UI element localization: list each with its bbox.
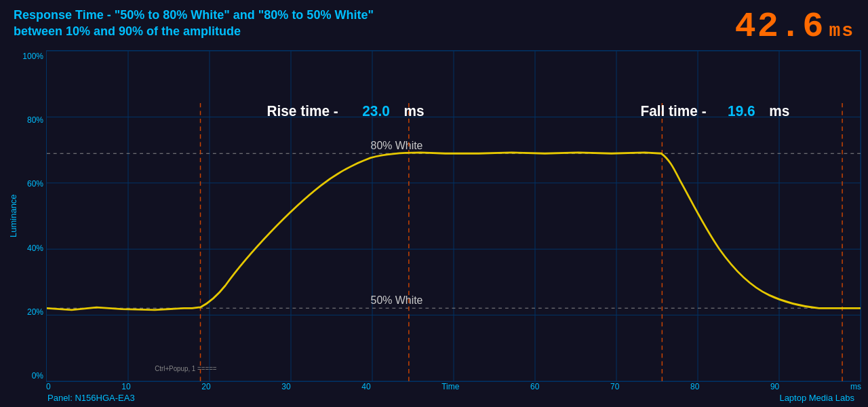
chart-area: Luminance 100% 80% 60% 40% 20% 0% <box>0 50 868 382</box>
x-tick-90: 90 <box>770 382 779 391</box>
y-tick-100: 100% <box>20 52 46 61</box>
x-label-time: Time <box>441 382 459 391</box>
svg-text:Fall time -: Fall time - <box>641 103 707 120</box>
panel-info: Panel: N156HGA-EA3 <box>47 393 135 403</box>
chart-title: Response Time - "50% to 80% White" and "… <box>14 7 374 40</box>
x-axis-area: 0 10 20 30 40 Time 60 70 80 90 ms <box>0 382 868 391</box>
svg-text:50% White: 50% White <box>371 294 423 306</box>
top-bar: Response Time - "50% to 80% White" and "… <box>0 0 868 50</box>
x-axis-ticks: 0 10 20 30 40 Time 60 70 80 90 ms <box>46 382 861 391</box>
x-tick-20: 20 <box>201 382 210 391</box>
x-tick-80: 80 <box>690 382 699 391</box>
x-tick-0: 0 <box>46 382 51 391</box>
brand-info: Laptop Media Labs <box>779 393 854 403</box>
x-tick-70: 70 <box>610 382 619 391</box>
x-tick-ms: ms <box>850 382 861 391</box>
response-time-unit: ms <box>829 20 854 41</box>
svg-text:ms: ms <box>404 103 425 120</box>
y-tick-60: 60% <box>20 179 46 189</box>
title-line2: between 10% and 90% of the amplitude <box>14 23 374 39</box>
chart-canvas: loweris better <box>46 50 861 382</box>
y-axis-label: Luminance <box>7 50 19 382</box>
x-tick-40: 40 <box>361 382 370 391</box>
svg-text:Ctrl+Popup, 1 =====: Ctrl+Popup, 1 ===== <box>155 364 217 372</box>
y-tick-0: 0% <box>20 371 46 381</box>
y-axis: 100% 80% 60% 40% 20% 0% <box>20 50 46 382</box>
x-tick-30: 30 <box>281 382 290 391</box>
chart-svg: 80% White 50% White <box>47 51 861 381</box>
y-tick-20: 20% <box>20 307 46 317</box>
svg-text:Rise time -: Rise time - <box>267 103 338 120</box>
svg-text:19.6: 19.6 <box>728 103 755 120</box>
response-time-value: 42.6 <box>735 7 825 47</box>
main-value-display: 42.6 ms <box>735 7 854 47</box>
y-tick-80: 80% <box>20 115 46 125</box>
y-tick-40: 40% <box>20 244 46 253</box>
title-line1: Response Time - "50% to 80% White" and "… <box>14 7 374 23</box>
svg-text:23.0: 23.0 <box>362 103 389 120</box>
main-container: Response Time - "50% to 80% White" and "… <box>0 0 868 407</box>
svg-text:ms: ms <box>769 103 789 120</box>
x-tick-60: 60 <box>530 382 539 391</box>
svg-text:80% White: 80% White <box>371 138 423 151</box>
x-tick-10: 10 <box>121 382 130 391</box>
footer-bar: Panel: N156HGA-EA3 Laptop Media Labs <box>0 391 868 407</box>
